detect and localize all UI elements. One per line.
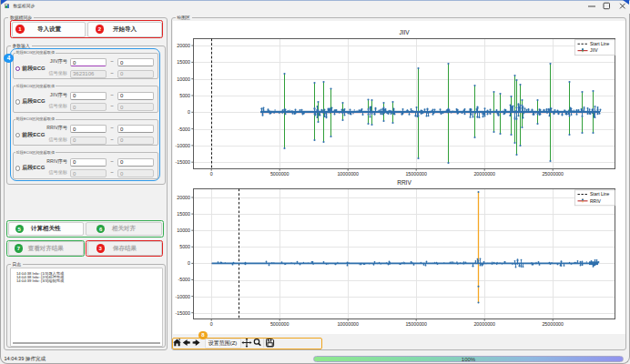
svg-text:-10000: -10000 xyxy=(176,143,191,148)
svg-text:15000: 15000 xyxy=(177,211,190,217)
svg-text:RRIV: RRIV xyxy=(397,179,412,186)
svg-text:5000000: 5000000 xyxy=(270,321,290,327)
svg-text:Start Line: Start Line xyxy=(590,191,610,197)
svg-text:10000000: 10000000 xyxy=(337,171,359,177)
svg-text:25000000: 25000000 xyxy=(542,171,564,177)
svg-text:20000000: 20000000 xyxy=(473,171,495,177)
svg-text:5000: 5000 xyxy=(179,244,190,249)
svg-text:0: 0 xyxy=(210,171,213,177)
svg-text:15000: 15000 xyxy=(177,59,190,65)
svg-text:-5000: -5000 xyxy=(178,126,190,132)
svg-text:0: 0 xyxy=(188,109,190,115)
svg-text:15000000: 15000000 xyxy=(405,321,427,327)
svg-text:15000000: 15000000 xyxy=(405,171,427,177)
svg-text:JIIV: JIIV xyxy=(399,29,410,35)
svg-text:10000: 10000 xyxy=(177,228,190,233)
svg-text:10000000: 10000000 xyxy=(337,321,359,327)
svg-text:5000: 5000 xyxy=(179,93,190,98)
svg-text:5000000: 5000000 xyxy=(270,171,290,177)
svg-text:-15000: -15000 xyxy=(176,159,191,165)
svg-text:-5000: -5000 xyxy=(178,277,190,282)
svg-text:Start Line: Start Line xyxy=(590,41,610,46)
svg-text:JIIV: JIIV xyxy=(590,47,598,53)
svg-text:10000: 10000 xyxy=(177,76,190,82)
svg-text:20000: 20000 xyxy=(177,195,190,200)
svg-text:25000000: 25000000 xyxy=(542,321,564,327)
svg-text:-15000: -15000 xyxy=(176,310,191,316)
svg-text:RRIV: RRIV xyxy=(590,198,602,204)
svg-text:0: 0 xyxy=(210,321,213,327)
svg-text:0: 0 xyxy=(188,260,190,266)
svg-text:-10000: -10000 xyxy=(176,294,191,299)
svg-text:20000000: 20000000 xyxy=(473,321,495,327)
svg-text:20000: 20000 xyxy=(177,43,190,48)
